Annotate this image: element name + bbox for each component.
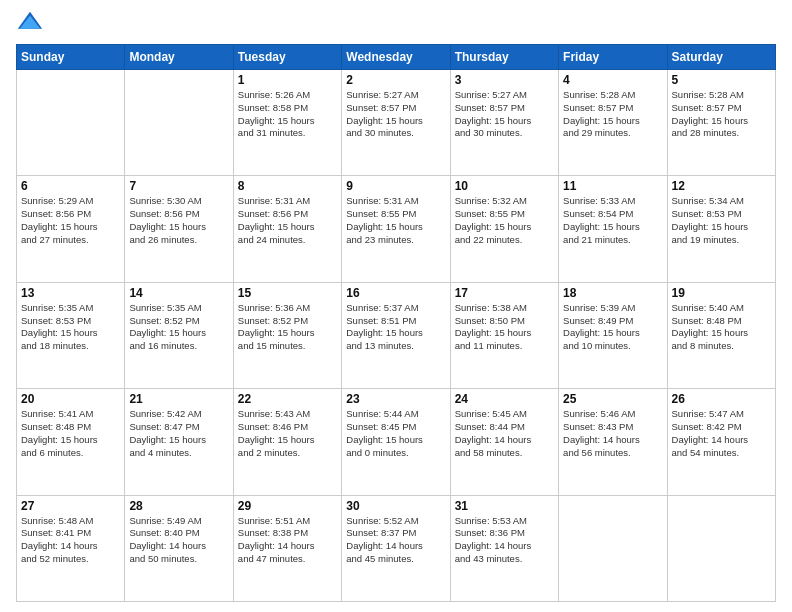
calendar-cell: 11Sunrise: 5:33 AM Sunset: 8:54 PM Dayli…: [559, 176, 667, 282]
day-number: 27: [21, 499, 120, 513]
calendar-table: SundayMondayTuesdayWednesdayThursdayFrid…: [16, 44, 776, 602]
calendar-cell: 22Sunrise: 5:43 AM Sunset: 8:46 PM Dayli…: [233, 389, 341, 495]
day-info: Sunrise: 5:47 AM Sunset: 8:42 PM Dayligh…: [672, 408, 771, 459]
day-info: Sunrise: 5:35 AM Sunset: 8:52 PM Dayligh…: [129, 302, 228, 353]
day-info: Sunrise: 5:35 AM Sunset: 8:53 PM Dayligh…: [21, 302, 120, 353]
day-info: Sunrise: 5:37 AM Sunset: 8:51 PM Dayligh…: [346, 302, 445, 353]
day-info: Sunrise: 5:39 AM Sunset: 8:49 PM Dayligh…: [563, 302, 662, 353]
day-number: 26: [672, 392, 771, 406]
day-number: 21: [129, 392, 228, 406]
day-number: 18: [563, 286, 662, 300]
calendar-header-saturday: Saturday: [667, 45, 775, 70]
day-info: Sunrise: 5:42 AM Sunset: 8:47 PM Dayligh…: [129, 408, 228, 459]
day-info: Sunrise: 5:32 AM Sunset: 8:55 PM Dayligh…: [455, 195, 554, 246]
calendar-header-row: SundayMondayTuesdayWednesdayThursdayFrid…: [17, 45, 776, 70]
calendar-cell: 28Sunrise: 5:49 AM Sunset: 8:40 PM Dayli…: [125, 495, 233, 601]
day-number: 28: [129, 499, 228, 513]
day-info: Sunrise: 5:53 AM Sunset: 8:36 PM Dayligh…: [455, 515, 554, 566]
day-info: Sunrise: 5:44 AM Sunset: 8:45 PM Dayligh…: [346, 408, 445, 459]
calendar-cell: 15Sunrise: 5:36 AM Sunset: 8:52 PM Dayli…: [233, 282, 341, 388]
calendar-cell: 31Sunrise: 5:53 AM Sunset: 8:36 PM Dayli…: [450, 495, 558, 601]
calendar-cell: 1Sunrise: 5:26 AM Sunset: 8:58 PM Daylig…: [233, 70, 341, 176]
day-info: Sunrise: 5:52 AM Sunset: 8:37 PM Dayligh…: [346, 515, 445, 566]
day-number: 6: [21, 179, 120, 193]
calendar-cell: 26Sunrise: 5:47 AM Sunset: 8:42 PM Dayli…: [667, 389, 775, 495]
day-info: Sunrise: 5:49 AM Sunset: 8:40 PM Dayligh…: [129, 515, 228, 566]
calendar-header-friday: Friday: [559, 45, 667, 70]
logo-icon: [16, 10, 44, 38]
calendar-header-wednesday: Wednesday: [342, 45, 450, 70]
day-info: Sunrise: 5:41 AM Sunset: 8:48 PM Dayligh…: [21, 408, 120, 459]
calendar-cell: [667, 495, 775, 601]
day-number: 25: [563, 392, 662, 406]
day-number: 1: [238, 73, 337, 87]
header: [16, 10, 776, 38]
calendar-header-tuesday: Tuesday: [233, 45, 341, 70]
calendar-cell: 24Sunrise: 5:45 AM Sunset: 8:44 PM Dayli…: [450, 389, 558, 495]
day-number: 2: [346, 73, 445, 87]
day-info: Sunrise: 5:27 AM Sunset: 8:57 PM Dayligh…: [346, 89, 445, 140]
day-number: 11: [563, 179, 662, 193]
calendar-cell: 4Sunrise: 5:28 AM Sunset: 8:57 PM Daylig…: [559, 70, 667, 176]
calendar-cell: 20Sunrise: 5:41 AM Sunset: 8:48 PM Dayli…: [17, 389, 125, 495]
calendar-cell: 29Sunrise: 5:51 AM Sunset: 8:38 PM Dayli…: [233, 495, 341, 601]
calendar-cell: 18Sunrise: 5:39 AM Sunset: 8:49 PM Dayli…: [559, 282, 667, 388]
day-info: Sunrise: 5:26 AM Sunset: 8:58 PM Dayligh…: [238, 89, 337, 140]
calendar-cell: 27Sunrise: 5:48 AM Sunset: 8:41 PM Dayli…: [17, 495, 125, 601]
calendar-week-row: 13Sunrise: 5:35 AM Sunset: 8:53 PM Dayli…: [17, 282, 776, 388]
day-number: 13: [21, 286, 120, 300]
day-info: Sunrise: 5:51 AM Sunset: 8:38 PM Dayligh…: [238, 515, 337, 566]
day-info: Sunrise: 5:34 AM Sunset: 8:53 PM Dayligh…: [672, 195, 771, 246]
day-info: Sunrise: 5:28 AM Sunset: 8:57 PM Dayligh…: [563, 89, 662, 140]
calendar-cell: 2Sunrise: 5:27 AM Sunset: 8:57 PM Daylig…: [342, 70, 450, 176]
calendar-cell: 16Sunrise: 5:37 AM Sunset: 8:51 PM Dayli…: [342, 282, 450, 388]
day-number: 30: [346, 499, 445, 513]
day-info: Sunrise: 5:36 AM Sunset: 8:52 PM Dayligh…: [238, 302, 337, 353]
page: SundayMondayTuesdayWednesdayThursdayFrid…: [0, 0, 792, 612]
calendar-cell: 10Sunrise: 5:32 AM Sunset: 8:55 PM Dayli…: [450, 176, 558, 282]
day-info: Sunrise: 5:43 AM Sunset: 8:46 PM Dayligh…: [238, 408, 337, 459]
day-number: 24: [455, 392, 554, 406]
day-number: 9: [346, 179, 445, 193]
calendar-week-row: 6Sunrise: 5:29 AM Sunset: 8:56 PM Daylig…: [17, 176, 776, 282]
day-info: Sunrise: 5:40 AM Sunset: 8:48 PM Dayligh…: [672, 302, 771, 353]
day-info: Sunrise: 5:33 AM Sunset: 8:54 PM Dayligh…: [563, 195, 662, 246]
day-info: Sunrise: 5:29 AM Sunset: 8:56 PM Dayligh…: [21, 195, 120, 246]
day-info: Sunrise: 5:27 AM Sunset: 8:57 PM Dayligh…: [455, 89, 554, 140]
calendar-week-row: 20Sunrise: 5:41 AM Sunset: 8:48 PM Dayli…: [17, 389, 776, 495]
calendar-cell: 8Sunrise: 5:31 AM Sunset: 8:56 PM Daylig…: [233, 176, 341, 282]
calendar-cell: 9Sunrise: 5:31 AM Sunset: 8:55 PM Daylig…: [342, 176, 450, 282]
calendar-cell: [125, 70, 233, 176]
calendar-header-monday: Monday: [125, 45, 233, 70]
day-number: 20: [21, 392, 120, 406]
day-number: 7: [129, 179, 228, 193]
day-info: Sunrise: 5:46 AM Sunset: 8:43 PM Dayligh…: [563, 408, 662, 459]
day-info: Sunrise: 5:48 AM Sunset: 8:41 PM Dayligh…: [21, 515, 120, 566]
day-number: 4: [563, 73, 662, 87]
calendar-cell: 14Sunrise: 5:35 AM Sunset: 8:52 PM Dayli…: [125, 282, 233, 388]
calendar-cell: 5Sunrise: 5:28 AM Sunset: 8:57 PM Daylig…: [667, 70, 775, 176]
day-number: 5: [672, 73, 771, 87]
day-number: 19: [672, 286, 771, 300]
day-info: Sunrise: 5:38 AM Sunset: 8:50 PM Dayligh…: [455, 302, 554, 353]
day-number: 10: [455, 179, 554, 193]
calendar-cell: 21Sunrise: 5:42 AM Sunset: 8:47 PM Dayli…: [125, 389, 233, 495]
logo: [16, 10, 48, 38]
day-number: 8: [238, 179, 337, 193]
calendar-cell: 23Sunrise: 5:44 AM Sunset: 8:45 PM Dayli…: [342, 389, 450, 495]
day-info: Sunrise: 5:45 AM Sunset: 8:44 PM Dayligh…: [455, 408, 554, 459]
day-number: 29: [238, 499, 337, 513]
day-number: 31: [455, 499, 554, 513]
calendar-cell: 12Sunrise: 5:34 AM Sunset: 8:53 PM Dayli…: [667, 176, 775, 282]
calendar-cell: 25Sunrise: 5:46 AM Sunset: 8:43 PM Dayli…: [559, 389, 667, 495]
calendar-cell: [17, 70, 125, 176]
day-number: 16: [346, 286, 445, 300]
day-number: 23: [346, 392, 445, 406]
day-number: 22: [238, 392, 337, 406]
calendar-week-row: 1Sunrise: 5:26 AM Sunset: 8:58 PM Daylig…: [17, 70, 776, 176]
day-number: 15: [238, 286, 337, 300]
calendar-cell: 7Sunrise: 5:30 AM Sunset: 8:56 PM Daylig…: [125, 176, 233, 282]
calendar-cell: [559, 495, 667, 601]
calendar-cell: 17Sunrise: 5:38 AM Sunset: 8:50 PM Dayli…: [450, 282, 558, 388]
day-info: Sunrise: 5:30 AM Sunset: 8:56 PM Dayligh…: [129, 195, 228, 246]
